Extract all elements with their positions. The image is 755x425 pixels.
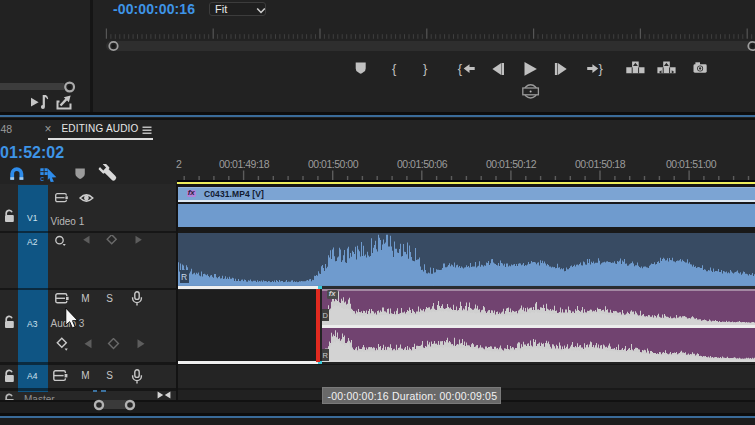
svg-text:{: { xyxy=(458,61,463,76)
svg-text:c: c xyxy=(40,174,44,183)
svg-text:{: { xyxy=(392,61,397,76)
svg-text:}: } xyxy=(423,61,428,76)
svg-text:}: } xyxy=(598,61,603,76)
